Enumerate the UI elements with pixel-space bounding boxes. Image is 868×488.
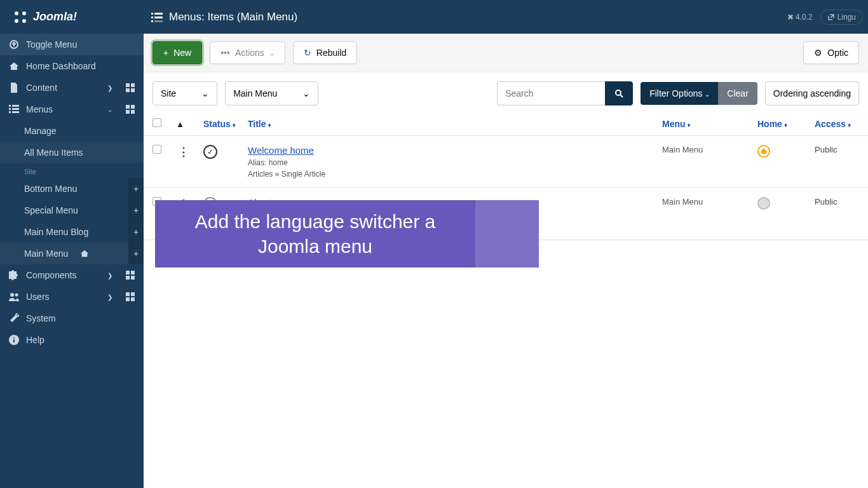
svg-rect-9 <box>154 20 163 22</box>
plus-icon[interactable]: + <box>128 178 144 200</box>
banner-accent <box>475 200 539 268</box>
wrench-icon <box>9 313 19 323</box>
menu-select[interactable]: Main Menu ⌄ <box>225 81 318 105</box>
grid-icon[interactable] <box>126 105 135 114</box>
table-row: ⋮ ✓ Welcome home Alias: home Articles » … <box>144 136 868 188</box>
chevron-down-icon: ⌄ <box>107 106 112 113</box>
item-menu: Main Menu <box>662 145 757 154</box>
chevron-down-icon: ⌄ <box>269 50 275 57</box>
chevron-down-icon: ⌄ <box>705 91 710 98</box>
svg-rect-22 <box>131 105 135 109</box>
refresh-icon: ↻ <box>304 48 311 58</box>
home-icon <box>9 61 19 71</box>
plus-icon[interactable]: + <box>128 243 144 264</box>
svg-point-30 <box>15 294 18 297</box>
grid-icon[interactable] <box>126 271 135 280</box>
tutorial-banner: Add the language switcher a Joomla menu <box>155 200 539 268</box>
ellipsis-icon: ••• <box>220 48 230 58</box>
sidebar-menu-main[interactable]: Main Menu + <box>0 243 144 264</box>
status-header[interactable]: Status♦ <box>203 119 248 129</box>
menu-header[interactable]: Menu♦ <box>662 119 757 129</box>
svg-point-29 <box>10 293 14 297</box>
svg-rect-17 <box>9 108 11 110</box>
svg-rect-32 <box>131 292 135 296</box>
sidebar-manage[interactable]: Manage <box>0 120 144 142</box>
svg-rect-12 <box>131 83 135 87</box>
status-published-icon[interactable]: ✓ <box>203 145 217 159</box>
top-right: ✖ 4.0.2 Lingu <box>787 10 868 25</box>
item-menu: Main Menu <box>662 197 757 207</box>
sidebar-menu-bottom[interactable]: Bottom Menu+ <box>0 178 144 200</box>
title-header[interactable]: Title♦ <box>248 119 662 129</box>
search-button[interactable] <box>605 81 633 105</box>
sidebar-components[interactable]: Components ❯ <box>0 264 144 286</box>
svg-rect-23 <box>126 110 130 114</box>
svg-rect-27 <box>126 276 130 280</box>
home-off-icon[interactable] <box>757 197 770 210</box>
chevron-right-icon: ❯ <box>107 85 112 92</box>
home-icon <box>80 249 89 258</box>
ordering-select[interactable]: Ordering ascending <box>765 81 859 105</box>
new-button[interactable]: + New <box>153 41 202 64</box>
brand-logo[interactable]: Joomla! <box>0 10 144 25</box>
sidebar-menus[interactable]: Menus ⌄ <box>0 98 144 120</box>
home-default-icon[interactable] <box>757 145 770 158</box>
svg-rect-7 <box>154 17 163 18</box>
filter-options-button[interactable]: Filter Options ⌄ <box>641 82 719 105</box>
svg-point-37 <box>13 337 15 339</box>
item-type: Articles » Single Article <box>248 170 662 179</box>
sidebar-system[interactable]: System <box>0 308 144 329</box>
site-select[interactable]: Site ⌄ <box>153 81 217 105</box>
svg-rect-5 <box>154 13 163 15</box>
kebab-icon[interactable]: ⋮ <box>178 146 189 158</box>
svg-rect-14 <box>131 88 135 92</box>
svg-rect-13 <box>126 88 130 92</box>
grid-icon[interactable] <box>126 292 135 301</box>
sidebar-users[interactable]: Users ❯ <box>0 286 144 308</box>
grid-icon[interactable] <box>126 83 135 92</box>
svg-rect-8 <box>151 20 153 22</box>
plus-icon[interactable]: + <box>128 221 144 243</box>
item-alias: Alias: home <box>248 158 662 167</box>
plus-icon[interactable]: + <box>128 200 144 221</box>
item-title-link[interactable]: Welcome home <box>248 145 662 156</box>
version-label: ✖ 4.0.2 <box>787 13 813 22</box>
select-all-checkbox[interactable] <box>153 118 161 127</box>
row-checkbox[interactable] <box>153 145 161 154</box>
svg-rect-34 <box>131 297 135 301</box>
plus-icon: + <box>163 48 168 58</box>
svg-rect-15 <box>9 105 11 107</box>
svg-rect-4 <box>151 13 153 15</box>
toolbar: + New ••• Actions ⌄ ↻ Rebuild ⚙ Optic <box>144 34 868 72</box>
svg-rect-36 <box>13 339 15 342</box>
search-input[interactable] <box>497 81 605 105</box>
toggle-icon <box>9 39 19 50</box>
sidebar-menu-blog[interactable]: Main Menu Blog+ <box>0 221 144 243</box>
sidebar-all-items[interactable]: All Menu Items <box>0 142 144 163</box>
svg-rect-18 <box>12 108 19 110</box>
toggle-menu[interactable]: Toggle Menu <box>0 34 144 55</box>
chevron-down-icon: ⌄ <box>302 88 310 98</box>
sidebar-content[interactable]: Content ❯ <box>0 77 144 98</box>
clear-button[interactable]: Clear <box>718 82 757 105</box>
sort-order-header[interactable]: ▴ <box>178 119 203 129</box>
top-link-button[interactable]: Lingu <box>820 10 863 25</box>
sidebar-menu-special[interactable]: Special Menu+ <box>0 200 144 221</box>
access-header[interactable]: Access♦ <box>815 119 859 129</box>
home-header[interactable]: Home♦ <box>757 119 815 129</box>
svg-rect-21 <box>126 105 130 109</box>
svg-rect-31 <box>126 292 130 296</box>
sidebar-help[interactable]: Help <box>0 329 144 351</box>
list-icon <box>151 11 163 23</box>
sidebar-home[interactable]: Home Dashboard <box>0 55 144 77</box>
chevron-right-icon: ❯ <box>107 294 112 301</box>
actions-button[interactable]: ••• Actions ⌄ <box>210 41 285 64</box>
item-access: Public <box>815 145 859 154</box>
rebuild-button[interactable]: ↻ Rebuild <box>293 41 357 64</box>
svg-point-0 <box>15 11 18 15</box>
chevron-right-icon: ❯ <box>107 272 112 279</box>
options-button[interactable]: ⚙ Optic <box>803 41 859 64</box>
item-access: Public <box>815 197 859 207</box>
page-title-wrap: Menus: Items (Main Menu) <box>144 11 787 24</box>
svg-point-3 <box>22 19 26 23</box>
